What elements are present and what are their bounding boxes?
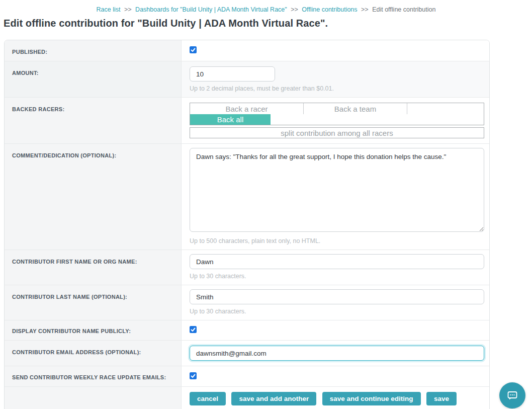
- breadcrumb-link-dashboards[interactable]: Dashboards for "Build Unity | ADA Month …: [135, 6, 287, 13]
- backed-racers-label: BACKED RACERS:: [12, 106, 64, 112]
- breadcrumb: Race list >> Dashboards for "Build Unity…: [0, 0, 532, 13]
- email-field-cell: [182, 341, 489, 366]
- first-name-help-text: Up to 30 characters.: [190, 273, 484, 280]
- check-icon: [191, 47, 196, 52]
- display-publicly-label-cell: DISPLAY CONTRIBUTOR NAME PUBLICLY:: [5, 320, 182, 340]
- first-name-label: CONTRIBUTOR FIRST NAME OR ORG NAME:: [12, 259, 137, 265]
- form-row-first-name: CONTRIBUTOR FIRST NAME OR ORG NAME: Up t…: [5, 250, 489, 285]
- page: Race list >> Dashboards for "Build Unity…: [0, 0, 532, 409]
- weekly-emails-label: SEND CONTRIBUTOR WEEKLY RACE UPDATE EMAI…: [12, 374, 166, 380]
- backed-racers-option-row: Back a racer Back a team: [190, 103, 484, 114]
- save-and-add-another-button[interactable]: save and add another: [231, 392, 316, 405]
- last-name-field-cell: Up to 30 characters.: [182, 285, 489, 320]
- actions-label-cell: [5, 387, 182, 409]
- amount-input[interactable]: [190, 66, 275, 81]
- display-publicly-field-cell: [182, 320, 489, 340]
- comment-help-text: Up to 500 characters, plain text only, n…: [190, 237, 484, 244]
- comment-label: COMMENT/DEDICATION (OPTIONAL):: [12, 152, 116, 158]
- published-label-cell: PUBLISHED:: [5, 40, 182, 61]
- first-name-label-cell: CONTRIBUTOR FIRST NAME OR ORG NAME:: [5, 250, 182, 285]
- form-row-display-publicly: DISPLAY CONTRIBUTOR NAME PUBLICLY:: [5, 320, 489, 340]
- backed-racers-selected-row: Back all: [190, 114, 484, 125]
- email-label-cell: CONTRIBUTOR EMAIL ADDRESS (OPTIONAL):: [5, 341, 182, 366]
- first-name-input[interactable]: [190, 254, 484, 269]
- save-button[interactable]: save: [426, 392, 457, 405]
- email-label: CONTRIBUTOR EMAIL ADDRESS (OPTIONAL):: [12, 349, 141, 355]
- check-icon: [191, 373, 196, 378]
- actions-field-cell: cancel save and add another save and con…: [182, 387, 489, 409]
- comment-field-cell: Dawn says: "Thanks for all the great sup…: [182, 144, 489, 250]
- published-field-cell: [182, 40, 489, 61]
- form-row-actions: cancel save and add another save and con…: [5, 386, 489, 409]
- last-name-help-text: Up to 30 characters.: [190, 308, 484, 315]
- back-a-team-button[interactable]: Back a team: [304, 103, 407, 114]
- back-a-racer-button[interactable]: Back a racer: [190, 103, 304, 114]
- backed-racers-empty-cell: [407, 103, 484, 114]
- last-name-input[interactable]: [190, 289, 484, 304]
- backed-racers-label-cell: BACKED RACERS:: [5, 98, 182, 143]
- form-row-backed-racers: BACKED RACERS: Back a racer Back a team …: [5, 97, 489, 143]
- form-row-last-name: CONTRIBUTOR LAST NAME (OPTIONAL): Up to …: [5, 285, 489, 320]
- backed-racers-field-cell: Back a racer Back a team Back all split …: [182, 98, 489, 143]
- display-publicly-label: DISPLAY CONTRIBUTOR NAME PUBLICLY:: [12, 328, 131, 334]
- form-row-email: CONTRIBUTOR EMAIL ADDRESS (OPTIONAL):: [5, 340, 489, 366]
- form-row-weekly-emails: SEND CONTRIBUTOR WEEKLY RACE UPDATE EMAI…: [5, 366, 489, 386]
- first-name-field-cell: Up to 30 characters.: [182, 250, 489, 285]
- breadcrumb-separator: >>: [361, 6, 369, 13]
- chat-bubble-icon: [506, 389, 519, 402]
- page-title: Edit offline contribution for "Build Uni…: [4, 18, 532, 29]
- form-row-published: PUBLISHED:: [5, 40, 489, 61]
- check-icon: [191, 327, 196, 332]
- display-publicly-checkbox[interactable]: [190, 326, 197, 333]
- breadcrumb-link-race-list[interactable]: Race list: [97, 6, 121, 13]
- comment-textarea[interactable]: Dawn says: "Thanks for all the great sup…: [190, 148, 484, 232]
- weekly-emails-field-cell: [182, 366, 489, 386]
- published-checkbox[interactable]: [190, 46, 197, 53]
- amount-label-cell: AMOUNT:: [5, 61, 182, 97]
- weekly-emails-label-cell: SEND CONTRIBUTOR WEEKLY RACE UPDATE EMAI…: [5, 366, 182, 386]
- published-label: PUBLISHED:: [12, 49, 47, 55]
- split-contribution-button[interactable]: split contribution among all racers: [190, 127, 484, 138]
- breadcrumb-separator: >>: [124, 6, 132, 13]
- amount-label: AMOUNT:: [12, 70, 39, 76]
- amount-help-text: Up to 2 decimal places, must be greater …: [190, 85, 484, 92]
- breadcrumb-separator: >>: [291, 6, 298, 13]
- weekly-emails-checkbox[interactable]: [190, 372, 197, 379]
- chat-button[interactable]: [499, 382, 525, 408]
- amount-field-cell: Up to 2 decimal places, must be greater …: [182, 61, 489, 97]
- email-input[interactable]: [190, 346, 484, 361]
- comment-label-cell: COMMENT/DEDICATION (OPTIONAL):: [5, 144, 182, 250]
- cancel-button[interactable]: cancel: [190, 392, 226, 405]
- save-and-continue-editing-button[interactable]: save and continue editing: [322, 392, 421, 405]
- breadcrumb-current: Edit offline contribution: [372, 6, 435, 13]
- backed-racers-selector: Back a racer Back a team Back all: [190, 103, 484, 125]
- back-all-button[interactable]: Back all: [190, 114, 271, 125]
- breadcrumb-link-offline-contributions[interactable]: Offline contributions: [302, 6, 357, 13]
- form-row-comment: COMMENT/DEDICATION (OPTIONAL): Dawn says…: [5, 143, 489, 250]
- edit-offline-contribution-form: PUBLISHED: AMOUNT: Up to 2 decimal place…: [4, 40, 490, 409]
- form-row-amount: AMOUNT: Up to 2 decimal places, must be …: [5, 61, 489, 97]
- last-name-label: CONTRIBUTOR LAST NAME (OPTIONAL):: [12, 294, 127, 300]
- last-name-label-cell: CONTRIBUTOR LAST NAME (OPTIONAL):: [5, 285, 182, 320]
